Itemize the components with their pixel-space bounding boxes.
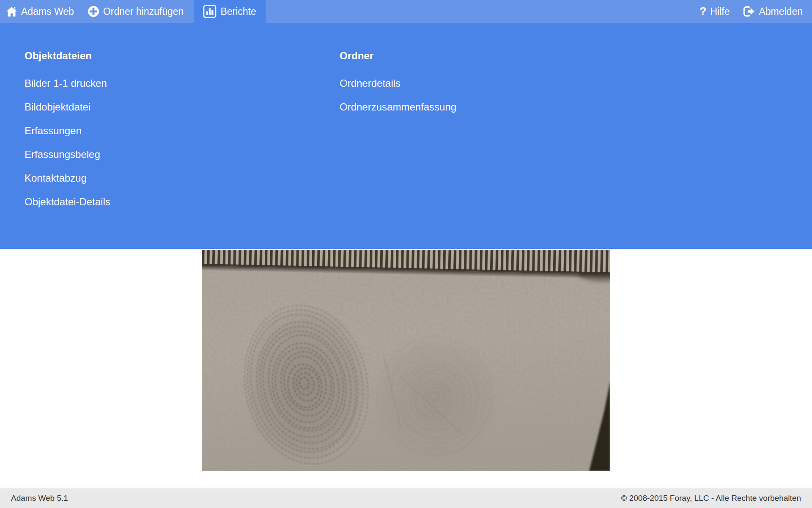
menu-item-object-file-details[interactable]: Objektdatei-Details [25, 194, 110, 210]
menu-item-folder-summary[interactable]: Ordnerzusammenfassung [340, 99, 456, 115]
menu-item-acquisitions[interactable]: Erfassungen [25, 123, 110, 138]
menu-heading-object-files: Objektdateien [25, 48, 110, 64]
home-link[interactable]: Adams Web [6, 0, 74, 23]
navbar-right: ? Hilfe Abmelden [700, 0, 812, 23]
bar-chart-icon [203, 5, 217, 18]
help-label: Hilfe [710, 6, 730, 17]
menu-item-contact-sheet[interactable]: Kontaktabzug [25, 171, 110, 186]
menu-item-folder-details[interactable]: Ordnerdetails [340, 76, 456, 91]
menu-item-image-object-file[interactable]: Bildobjektdatei [25, 99, 110, 115]
brand-label: Adams Web [21, 6, 74, 17]
reports-label: Berichte [220, 6, 256, 17]
tab-reports[interactable]: Berichte [194, 0, 265, 23]
menu-column-object-files: Objektdateien Bilder 1-1 drucken Bildobj… [25, 23, 110, 210]
home-icon [6, 6, 17, 17]
question-mark-icon: ? [700, 6, 707, 17]
menu-item-acquisition-receipt[interactable]: Erfassungsbeleg [25, 147, 110, 162]
sign-out-icon [742, 5, 755, 18]
plus-circle-icon [88, 6, 99, 17]
footer-version-label: Adams Web 5.1 [11, 494, 68, 503]
menu-item-print-images[interactable]: Bilder 1-1 drucken [25, 76, 110, 91]
logout-button[interactable]: Abmelden [742, 0, 803, 23]
menu-column-folders: Ordner Ordnerdetails Ordnerzusammenfassu… [340, 23, 456, 115]
add-folder-label: Ordner hinzufügen [103, 6, 184, 17]
footer: Adams Web 5.1 © 2008-2015 Foray, LLC - A… [0, 488, 812, 508]
menu-heading-folders: Ordner [340, 48, 456, 64]
top-navbar: Adams Web Ordner hinzufügen Berichte ? H… [0, 0, 812, 23]
footer-copyright-label: © 2008-2015 Foray, LLC - Alle Rechte vor… [621, 494, 801, 503]
logout-label: Abmelden [759, 6, 803, 17]
add-folder-button[interactable]: Ordner hinzufügen [88, 0, 184, 23]
help-button[interactable]: ? Hilfe [700, 0, 730, 23]
reports-dropdown-menu: Objektdateien Bilder 1-1 drucken Bildobj… [0, 23, 812, 249]
fingerprint-evidence-image [202, 250, 610, 471]
